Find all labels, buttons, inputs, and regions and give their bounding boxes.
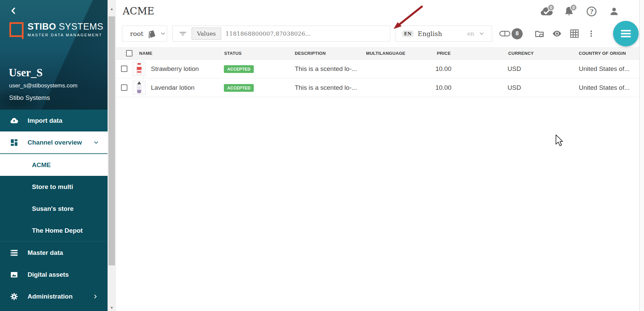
logo-tagline: MASTER DATA MANAGEMENT (28, 33, 104, 37)
main-menu-fab[interactable] (613, 21, 639, 46)
sidebar-item-label: Master data (28, 249, 63, 257)
collapse-sidebar-button[interactable] (9, 6, 18, 15)
sidebar-item-label: Import data (28, 117, 62, 124)
scroll-down-arrow-icon[interactable]: ▼ (108, 306, 116, 310)
search-filter-bar[interactable]: Values 1181868800007,87038026... (172, 26, 390, 42)
sidebar-user-panel: STIBO SYSTEMS MASTER DATA MANAGEMENT Use… (0, 0, 108, 110)
column-header-country[interactable]: COUNTRY OF ORIGIN (578, 51, 639, 56)
sync-folder-button[interactable] (534, 28, 545, 39)
process-count-badge: 0 (548, 4, 555, 11)
description-cell: This is a scented lo-... (292, 65, 364, 73)
currency-cell: USD (507, 84, 578, 91)
list-icon (10, 248, 18, 257)
price-cell: 10.00 (434, 65, 455, 73)
sidebar-scrollbar[interactable]: ▲ ▼ (108, 0, 116, 311)
scrollbar-thumb[interactable] (108, 16, 115, 266)
scroll-up-arrow-icon[interactable]: ▲ (108, 7, 116, 11)
sidebar-item-label: Channel overview (28, 139, 82, 146)
question-mark-icon: ? (586, 6, 597, 17)
filter-type-chip[interactable]: Values (192, 28, 221, 40)
background-processes-button[interactable]: 0 (540, 5, 553, 18)
toggle-view-button[interactable] (499, 28, 511, 39)
currency-cell: USD (507, 65, 578, 73)
dashboard-icon (10, 138, 18, 147)
description-cell: This is a scented lo-... (292, 84, 364, 91)
language-code: en (467, 30, 474, 37)
grid-icon (569, 29, 579, 39)
sidebar-item-import-data[interactable]: Import data (0, 110, 108, 131)
column-header-description[interactable]: DESCRIPTION (292, 51, 364, 56)
status-badge: ACCEPTED (224, 65, 254, 73)
stibo-systems-logo: STIBO SYSTEMS MASTER DATA MANAGEMENT (9, 22, 104, 37)
strawberry-lotion-image (135, 63, 144, 75)
logo-brand-rest: SYSTEMS (56, 22, 104, 32)
language-code-badge: EN (402, 30, 414, 37)
language-name: English (418, 30, 442, 37)
sidebar-item-administration[interactable]: Administration (0, 285, 108, 307)
sidebar-item-label: Digital assets (28, 271, 69, 278)
logo-brand-bold: STIBO (28, 22, 56, 32)
table-toolbar: 8 (499, 26, 597, 42)
product-thumbnail (133, 81, 146, 95)
context-selector[interactable]: root (122, 26, 167, 42)
product-thumbnail (133, 62, 146, 76)
toggle-icon (499, 30, 511, 38)
page-title: ACME (123, 5, 154, 17)
user-name: User_S (9, 67, 43, 79)
logo-brand: STIBO SYSTEMS (28, 22, 104, 31)
sidebar-item-label: Susan's store (32, 205, 74, 212)
country-cell: United States of... (578, 84, 639, 91)
lavendar-lotion-image (135, 82, 144, 94)
column-header-currency[interactable]: CURRENCY (507, 51, 578, 56)
image-icon (10, 270, 18, 279)
user-profile-button[interactable] (607, 5, 621, 18)
sidebar-item-channel-overview[interactable]: Channel overview (0, 131, 108, 153)
person-icon (608, 6, 620, 17)
sidebar-item-susans-store[interactable]: Susan's store (0, 198, 108, 220)
chevron-down-icon (479, 31, 484, 36)
filter-value-input[interactable]: 1181868800007,87038026... (226, 30, 311, 37)
table-row[interactable]: Strawberry lotion ACCEPTED This is a sce… (116, 60, 639, 78)
table-header: NAME STATUS DESCRIPTION MULTILANGUAGE PR… (116, 47, 639, 60)
notifications-button[interactable]: 0 (562, 5, 576, 18)
user-email: user_s@stibosystems.com (9, 82, 77, 89)
folder-sync-icon (534, 29, 545, 39)
row-checkbox[interactable] (121, 84, 127, 91)
status-badge: ACCEPTED (224, 84, 254, 92)
notification-count-badge: 0 (570, 4, 577, 11)
column-header-name[interactable]: NAME (131, 51, 222, 56)
sidebar-item-master-data[interactable]: Master data (0, 242, 108, 264)
sidebar: STIBO SYSTEMS MASTER DATA MANAGEMENT Use… (0, 0, 108, 311)
column-header-price[interactable]: PRICE (434, 51, 455, 56)
swatch-cards-icon (146, 29, 156, 39)
header-icons: 0 0 ? (540, 5, 621, 18)
more-options-button[interactable] (586, 28, 597, 39)
chevron-left-icon (9, 6, 18, 15)
product-name[interactable]: Lavendar lotion (151, 84, 195, 91)
column-header-status[interactable]: STATUS (222, 51, 292, 56)
attribute-count-badge: 8 (512, 28, 523, 39)
sidebar-item-acme[interactable]: ACME (0, 154, 108, 176)
table-view-button[interactable] (569, 28, 580, 39)
logo-square-icon (9, 22, 24, 37)
row-checkbox[interactable] (121, 66, 127, 72)
price-cell: 10.00 (434, 84, 455, 91)
sidebar-item-store-to-multi[interactable]: Store to multi (0, 176, 108, 198)
sidebar-item-label: ACME (32, 161, 51, 169)
sidebar-item-digital-assets[interactable]: Digital assets (0, 264, 108, 285)
language-selector[interactable]: EN English en (396, 26, 492, 42)
sidebar-item-the-home-depot[interactable]: The Home Depot (0, 220, 108, 241)
filter-icon (179, 30, 187, 38)
chevron-down-icon (160, 31, 166, 36)
main-scrollbar[interactable] (639, 0, 644, 311)
product-name[interactable]: Strawberry lotion (151, 65, 199, 73)
column-header-multilanguage[interactable]: MULTILANGUAGE (364, 51, 434, 56)
cloud-upload-icon (10, 116, 18, 125)
sidebar-item-label: Administration (28, 293, 73, 300)
help-button[interactable]: ? (585, 5, 598, 18)
table-row[interactable]: Lavendar lotion ACCEPTED This is a scent… (116, 78, 639, 97)
preview-button[interactable] (551, 28, 563, 39)
sidebar-nav: Import data Channel overview ACME Store … (0, 110, 108, 307)
kebab-menu-icon (587, 29, 596, 39)
sidebar-item-label: Store to multi (32, 183, 73, 191)
